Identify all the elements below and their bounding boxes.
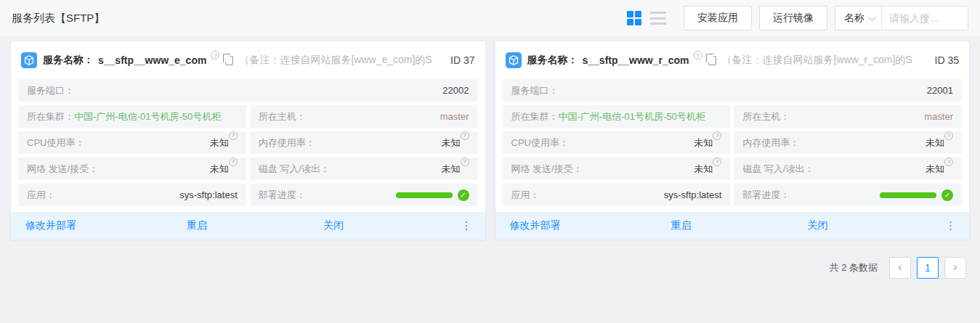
card-footer: 修改并部署 重启 关闭 [495, 212, 970, 240]
progress-bar [396, 192, 453, 198]
cluster-value: 中国-广州-电信-01号机房-50号机柜 [74, 110, 221, 123]
prev-page-button[interactable]: ‹ [889, 257, 911, 279]
memory-value: 未知 [442, 136, 461, 150]
help-icon[interactable] [694, 51, 702, 60]
help-icon[interactable] [211, 51, 219, 60]
help-icon[interactable] [944, 131, 953, 140]
app-value: sys-sftp:latest [664, 189, 721, 200]
page-title: 服务列表【SFTP】 [12, 12, 105, 25]
port-value: 22001 [927, 85, 953, 96]
memory-label: 内存使用率： [742, 136, 799, 150]
service-id: ID 37 [450, 54, 474, 66]
cpu-label: CPU使用率： [27, 136, 84, 150]
success-check-icon [458, 189, 469, 201]
app-label: 应用： [27, 189, 55, 202]
disk-label: 磁盘 写入/读出： [742, 163, 814, 176]
success-check-icon [941, 189, 953, 201]
chevron-down-icon [868, 13, 876, 21]
cluster-cell: 所在集群： 中国-广州-电信-01号机房-50号机柜 [503, 105, 731, 128]
network-value: 未知 [694, 163, 713, 176]
card-footer: 修改并部署 重启 关闭 [11, 212, 485, 240]
service-card: 服务名称： s__sftp__www_r_com （备注：连接自网站服务[www… [495, 41, 970, 240]
deploy-cell: 部署进度： [734, 184, 962, 206]
port-value: 22002 [442, 85, 469, 96]
more-actions-icon[interactable] [945, 219, 956, 232]
host-value: master [440, 111, 469, 122]
service-remark: （备注：连接自网站服务[www_e_com]的S [239, 54, 440, 67]
host-cell: 所在主机： master [734, 105, 962, 128]
cpu-value: 未知 [694, 136, 713, 150]
total-count-text: 共 2 条数据 [830, 261, 878, 274]
restart-link[interactable]: 重启 [187, 219, 207, 232]
deploy-progress [880, 189, 953, 201]
close-link[interactable]: 关闭 [808, 219, 828, 232]
service-card: 服务名称： s__sftp__www_e_com （备注：连接自网站服务[www… [11, 41, 485, 240]
more-actions-icon[interactable] [461, 219, 472, 232]
search-input[interactable] [882, 7, 968, 30]
close-link[interactable]: 关闭 [323, 219, 344, 232]
search-field-label: 名称 [844, 12, 864, 25]
card-body: 服务端口： 22002 所在集群： 中国-广州-电信-01号机房-50号机柜 所… [11, 79, 485, 210]
memory-value: 未知 [926, 136, 944, 150]
app-cell: 应用： sys-sftp:latest [18, 184, 246, 206]
copy-icon[interactable] [225, 56, 233, 65]
help-icon[interactable] [229, 158, 238, 166]
service-name: s__sftp__www_r_com [583, 54, 689, 66]
install-app-button[interactable]: 安装应用 [684, 6, 752, 30]
port-row: 服务端口： 22001 [503, 79, 963, 102]
list-view-icon[interactable] [650, 12, 666, 25]
cpu-cell: CPU使用率： 未知 [503, 131, 731, 154]
network-cell: 网络 发送/接受： 未知 [503, 158, 731, 180]
deploy-label: 部署进度： [742, 189, 790, 202]
deploy-progress [396, 189, 469, 201]
page-number-button[interactable]: 1 [917, 257, 939, 279]
network-cell: 网络 发送/接受： 未知 [18, 158, 246, 180]
service-id: ID 35 [935, 54, 959, 66]
help-icon[interactable] [229, 131, 238, 140]
toolbar: 安装应用 运行镜像 名称 [627, 6, 968, 30]
network-label: 网络 发送/接受： [27, 163, 98, 176]
cpu-label: CPU使用率： [511, 136, 569, 150]
modify-deploy-link[interactable]: 修改并部署 [25, 219, 76, 232]
chevron-right-icon: › [953, 261, 957, 273]
service-cube-icon [21, 52, 37, 68]
pagination: 共 2 条数据 ‹ 1 › [0, 240, 980, 279]
host-value: master [924, 111, 953, 122]
network-value: 未知 [210, 163, 229, 176]
service-remark: （备注：连接自网站服务[www_r_com]的S [722, 54, 925, 67]
help-icon[interactable] [713, 131, 721, 140]
card-body: 服务端口： 22001 所在集群： 中国-广州-电信-01号机房-50号机柜 所… [495, 79, 970, 210]
restart-link[interactable]: 重启 [671, 219, 692, 232]
chevron-left-icon: ‹ [898, 261, 902, 273]
memory-cell: 内存使用率： 未知 [250, 131, 478, 154]
help-icon[interactable] [944, 158, 953, 166]
app-label: 应用： [511, 189, 540, 202]
service-name-label: 服务名称： [527, 54, 578, 67]
cpu-cell: CPU使用率： 未知 [18, 131, 246, 154]
run-image-button[interactable]: 运行镜像 [759, 6, 827, 30]
host-label: 所在主机： [259, 110, 306, 123]
modify-deploy-link[interactable]: 修改并部署 [510, 219, 561, 232]
help-icon[interactable] [461, 131, 469, 140]
service-name: s__sftp__www_e_com [98, 54, 206, 66]
app-cell: 应用： sys-sftp:latest [503, 184, 731, 206]
copy-icon[interactable] [708, 56, 716, 65]
grid-view-icon[interactable] [627, 11, 641, 25]
progress-bar [880, 192, 936, 198]
disk-value: 未知 [442, 163, 461, 176]
disk-cell: 磁盘 写入/读出： 未知 [734, 158, 962, 180]
help-icon[interactable] [461, 158, 469, 166]
port-label: 服务端口： [27, 84, 74, 97]
card-header: 服务名称： s__sftp__www_e_com （备注：连接自网站服务[www… [11, 41, 485, 79]
port-label: 服务端口： [511, 84, 559, 97]
host-cell: 所在主机： master [250, 105, 478, 128]
help-icon[interactable] [713, 158, 721, 166]
search-field-select[interactable]: 名称 [835, 7, 882, 30]
disk-cell: 磁盘 写入/读出： 未知 [250, 158, 478, 180]
next-page-button[interactable]: › [944, 257, 966, 279]
service-card-list: 服务名称： s__sftp__www_e_com （备注：连接自网站服务[www… [0, 36, 980, 240]
cpu-value: 未知 [210, 136, 229, 150]
deploy-cell: 部署进度： [250, 184, 478, 206]
app-value: sys-sftp:latest [179, 189, 237, 200]
search-group: 名称 [835, 6, 968, 30]
